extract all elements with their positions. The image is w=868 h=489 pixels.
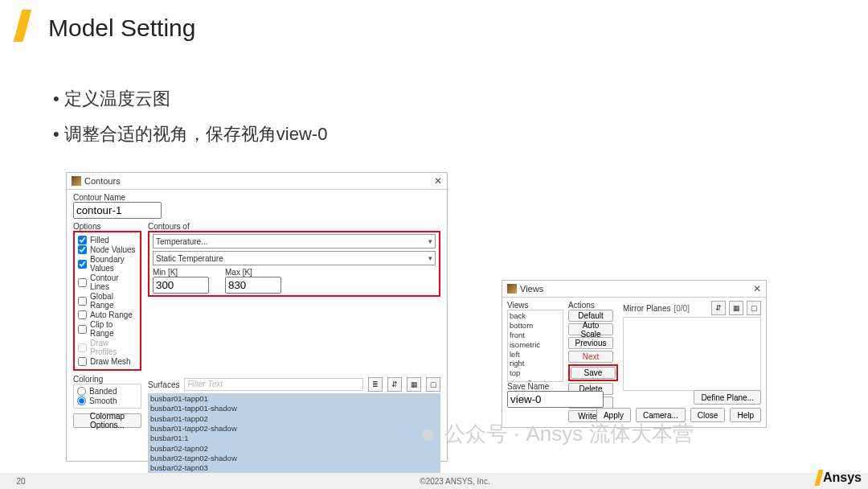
chk-node-values[interactable]: Node Values bbox=[78, 245, 137, 254]
mirror-list[interactable] bbox=[623, 317, 761, 391]
surface-item[interactable]: busbar01-tapp01 bbox=[149, 394, 440, 404]
apply-button[interactable]: Apply bbox=[596, 408, 631, 422]
view-item[interactable]: top bbox=[510, 368, 561, 378]
chk-boundary-values[interactable]: Boundary Values bbox=[78, 255, 137, 273]
surface-item[interactable]: busbar01-tapp02 bbox=[149, 414, 440, 424]
slide-title: Model Setting bbox=[48, 14, 195, 42]
copyright: ©2023 ANSYS, Inc. bbox=[42, 477, 868, 486]
filter-icon[interactable]: ⇵ bbox=[387, 377, 402, 392]
view-item[interactable]: bottom bbox=[510, 321, 561, 331]
ansys-logo: Ansys bbox=[817, 470, 862, 486]
surface-item[interactable]: busbar01-tapp01-shadow bbox=[149, 404, 440, 413]
deselect-all-icon[interactable]: ▢ bbox=[426, 377, 440, 392]
view-item[interactable]: back bbox=[510, 311, 561, 321]
surface-item[interactable]: busbar02-tapn03 bbox=[149, 463, 440, 473]
field-category-select[interactable]: Temperature... bbox=[153, 234, 436, 249]
contours-titlebar[interactable]: Contours ✕ bbox=[67, 173, 447, 190]
surface-item[interactable]: busbar02-tapn02-shadow bbox=[149, 454, 440, 463]
toggle-tree-icon[interactable]: ≣ bbox=[368, 377, 383, 392]
contours-of-label: Contours of bbox=[148, 222, 190, 231]
mirror-count: [0/0] bbox=[674, 304, 689, 313]
contours-title: Contours bbox=[84, 176, 121, 186]
colormap-options-button[interactable]: Colormap Options... bbox=[73, 413, 141, 428]
page-number: 20 bbox=[0, 477, 42, 486]
views-title: Views bbox=[520, 284, 543, 294]
min-input[interactable] bbox=[153, 277, 209, 294]
mirror-select-all-icon[interactable]: ▦ bbox=[729, 301, 743, 315]
view-item[interactable]: right bbox=[510, 359, 561, 368]
chk-auto-range[interactable]: Auto Range bbox=[78, 310, 137, 319]
max-input[interactable] bbox=[225, 277, 281, 294]
slide-accent bbox=[14, 10, 32, 42]
save-name-input[interactable] bbox=[507, 391, 604, 408]
contour-name-input[interactable] bbox=[73, 202, 162, 219]
views-icon bbox=[507, 284, 517, 294]
view-item[interactable]: left bbox=[510, 350, 561, 360]
views-help-button[interactable]: Help bbox=[730, 408, 761, 422]
mirror-filter-icon[interactable]: ⇵ bbox=[711, 301, 726, 315]
bullet-list: 定义温度云图 调整合适的视角，保存视角view-0 bbox=[53, 87, 327, 158]
views-dialog: Views ✕ Views backbottomfrontisometricle… bbox=[502, 280, 767, 428]
views-close-icon[interactable]: ✕ bbox=[753, 283, 761, 294]
chk-clip-to-range[interactable]: Clip to Range bbox=[78, 320, 137, 338]
views-list-label: Views bbox=[507, 301, 563, 310]
views-list[interactable]: backbottomfrontisometricleftrighttopview… bbox=[507, 310, 563, 382]
save-view-button[interactable]: Save bbox=[571, 367, 616, 379]
contours-dialog: Contours ✕ Contour Name Options Contours… bbox=[66, 172, 448, 462]
bullet-2: 调整合适的视角，保存视角view-0 bbox=[53, 122, 327, 146]
view-item[interactable]: front bbox=[510, 331, 561, 340]
slide-footer: 20 ©2023 ANSYS, Inc. bbox=[0, 473, 868, 489]
mirror-deselect-icon[interactable]: ▢ bbox=[747, 301, 761, 315]
contour-name-label: Contour Name bbox=[73, 193, 440, 202]
options-label: Options bbox=[73, 222, 141, 231]
surfaces-filter[interactable]: Filter Text bbox=[184, 378, 363, 391]
define-plane-button[interactable]: Define Plane... bbox=[694, 390, 761, 405]
contours-of-group: Temperature... Static Temperature Min [K… bbox=[148, 231, 440, 297]
select-all-icon[interactable]: ▦ bbox=[407, 377, 421, 392]
chk-contour-lines[interactable]: Contour Lines bbox=[78, 273, 137, 291]
min-label: Min [K] bbox=[153, 268, 209, 277]
close-icon[interactable]: ✕ bbox=[434, 175, 442, 187]
field-variable-select[interactable]: Static Temperature bbox=[153, 251, 436, 265]
max-label: Max [K] bbox=[225, 268, 281, 277]
save-name-label: Save Name bbox=[507, 382, 604, 391]
coloring-label: Coloring bbox=[73, 375, 141, 384]
camera-button[interactable]: Camera... bbox=[636, 408, 686, 422]
next-button[interactable]: Next bbox=[568, 351, 613, 363]
bullet-1: 定义温度云图 bbox=[53, 87, 327, 111]
actions-label: Actions bbox=[568, 301, 618, 310]
radio-smooth[interactable]: Smooth bbox=[77, 397, 137, 405]
autoscale-button[interactable]: Auto Scale bbox=[568, 323, 613, 335]
contours-icon bbox=[72, 176, 81, 186]
previous-button[interactable]: Previous bbox=[568, 337, 613, 349]
chk-draw-mesh[interactable]: Draw Mesh bbox=[78, 357, 137, 366]
surface-item[interactable]: busbar02-tapn02 bbox=[149, 444, 440, 454]
view-item[interactable]: isometric bbox=[510, 340, 561, 350]
chk-filled[interactable]: Filled bbox=[78, 236, 137, 244]
surface-item[interactable]: busbar01:1 bbox=[149, 434, 440, 443]
options-group: Filled Node Values Boundary Values Conto… bbox=[73, 231, 141, 371]
chk-draw-profiles[interactable]: Draw Profiles bbox=[78, 339, 137, 356]
surface-item[interactable]: busbar01-tapp02-shadow bbox=[149, 424, 440, 434]
views-close-button[interactable]: Close bbox=[690, 408, 726, 422]
surfaces-label: Surfaces bbox=[148, 380, 179, 389]
chk-global-range[interactable]: Global Range bbox=[78, 292, 137, 310]
mirror-label: Mirror Planes bbox=[623, 304, 670, 313]
radio-banded[interactable]: Banded bbox=[77, 387, 137, 396]
views-titlebar[interactable]: Views ✕ bbox=[502, 281, 766, 298]
